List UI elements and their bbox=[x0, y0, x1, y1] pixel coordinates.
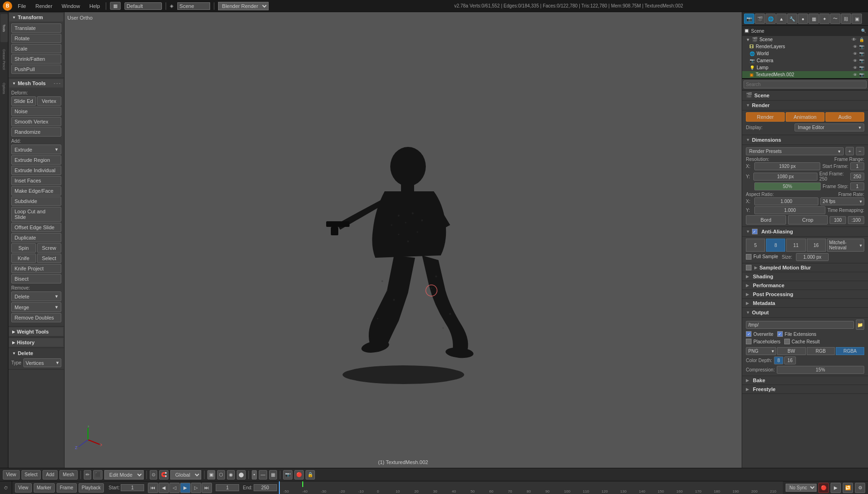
subdivide-btn[interactable]: Subdivide bbox=[11, 196, 61, 206]
sync-select[interactable]: No Sync bbox=[786, 484, 817, 492]
mesh-btn[interactable]: Mesh bbox=[59, 470, 77, 479]
lamp-render[interactable]: 📷 bbox=[859, 65, 864, 70]
aspect-y-input[interactable] bbox=[754, 206, 825, 214]
file-menu[interactable]: File bbox=[16, 2, 28, 10]
screw-btn[interactable]: Screw bbox=[37, 243, 62, 253]
mesh-eye[interactable]: 👁 bbox=[853, 73, 857, 77]
audio-scrub-btn[interactable]: 🔴 bbox=[818, 483, 829, 493]
render-button[interactable]: Render bbox=[746, 112, 785, 122]
render-menu[interactable]: Render bbox=[34, 2, 54, 10]
post-processing-header[interactable]: ▶ Post Processing bbox=[742, 290, 868, 299]
aa-filter-dropdown[interactable]: Mitchell-Netraval▾ bbox=[827, 239, 864, 252]
physics-icon[interactable]: 〜 bbox=[830, 14, 840, 24]
render-btn[interactable]: 🔴 bbox=[294, 470, 304, 479]
scene-header[interactable]: 🎬 Scene bbox=[742, 90, 868, 101]
frame-step-input[interactable] bbox=[850, 182, 864, 190]
crop-btn[interactable]: Crop bbox=[788, 215, 828, 225]
world-eye[interactable]: 👁 bbox=[853, 51, 857, 56]
res-x-input[interactable]: 1920 px bbox=[754, 162, 820, 170]
play-btn[interactable]: ▶ bbox=[180, 483, 190, 493]
smooth-vertex-btn[interactable]: Smooth Vertex bbox=[11, 117, 61, 126]
scene-restrict[interactable]: 🔒 bbox=[859, 37, 864, 42]
bw-btn[interactable]: BW bbox=[777, 347, 806, 355]
framerate-dropdown[interactable]: 24 fps▾ bbox=[820, 197, 864, 205]
loop-cut-slide-btn[interactable]: Loop Cut and Slide bbox=[11, 207, 61, 222]
tl-start-input[interactable]: 1 bbox=[121, 484, 144, 491]
pivot-select[interactable]: Global bbox=[170, 470, 201, 479]
vp-solid-btn[interactable]: ▣ bbox=[207, 470, 215, 479]
blender-logo[interactable]: B bbox=[3, 1, 12, 11]
bisect-btn[interactable]: Bisect bbox=[11, 274, 61, 283]
outliner-scene[interactable]: ▼ 🎬 Scene 👁 🔒 bbox=[742, 36, 868, 43]
obj-props-icon[interactable]: ▲ bbox=[776, 14, 787, 24]
tl-view-btn[interactable]: View bbox=[15, 483, 32, 493]
properties-search[interactable] bbox=[744, 80, 867, 88]
camera-view-btn[interactable]: 📷 bbox=[283, 470, 292, 479]
audio-button[interactable]: Audio bbox=[825, 112, 864, 122]
aa-8[interactable]: 8 bbox=[766, 239, 785, 252]
placeholders-cb[interactable] bbox=[746, 339, 751, 344]
mesh-render[interactable]: 📷 bbox=[859, 73, 864, 77]
dimensions-header[interactable]: ▼ Dimensions bbox=[742, 135, 868, 145]
world-props-icon[interactable]: 🌐 bbox=[766, 14, 776, 24]
render-section-header[interactable]: ▼ Render bbox=[742, 101, 868, 110]
display-dropdown[interactable]: Image Editor ▾ bbox=[795, 124, 864, 131]
extrude-dropdown[interactable]: Extrude ▾ bbox=[11, 145, 61, 154]
lamp-eye[interactable]: 👁 bbox=[853, 65, 857, 70]
edit-mode-select[interactable]: Edit Mode bbox=[104, 470, 144, 479]
animation-button[interactable]: Animation bbox=[786, 112, 824, 122]
randomize-btn[interactable]: Randomize bbox=[11, 127, 61, 137]
slide-edge-btn[interactable]: Slide Ed bbox=[11, 96, 36, 106]
make-edge-face-btn[interactable]: Make Edge/Face bbox=[11, 186, 61, 196]
anim-btn[interactable]: ▶ bbox=[831, 483, 841, 493]
sculpt-mode-btn[interactable]: ⬛ bbox=[93, 470, 102, 479]
crop-val[interactable] bbox=[848, 216, 864, 224]
translate-btn[interactable]: Translate bbox=[11, 23, 61, 33]
output-path-input[interactable]: /tmp/ bbox=[746, 321, 854, 329]
motion-blur-header[interactable]: ▶ Sampled Motion Blur bbox=[742, 263, 868, 272]
vp-wire-btn[interactable]: ⬡ bbox=[217, 470, 225, 479]
edge-select-btn[interactable]: — bbox=[259, 470, 267, 479]
texture-icon[interactable]: ▦ bbox=[809, 14, 819, 24]
offset-edge-slide-btn[interactable]: Offset Edge Slide bbox=[11, 223, 61, 232]
outliner-mesh[interactable]: ▣ TexturedMesh.002 👁 📷 bbox=[742, 71, 868, 78]
remove-doubles-btn[interactable]: Remove Doubles bbox=[11, 313, 61, 322]
weight-tools-header[interactable]: ▶ Weight Tools bbox=[9, 327, 63, 336]
extrude-region-btn[interactable]: Extrude Region bbox=[11, 155, 61, 165]
vp-rendered-btn[interactable]: ◉ bbox=[227, 470, 235, 479]
start-frame-input[interactable] bbox=[850, 162, 864, 170]
prev-frame-btn[interactable]: ◀ bbox=[159, 483, 169, 493]
tl-marker-btn[interactable]: Marker bbox=[34, 483, 55, 493]
jump-end-btn[interactable]: ⏭ bbox=[202, 483, 212, 493]
res-y-input[interactable] bbox=[753, 173, 817, 181]
delete-section-header[interactable]: ▼ Delete bbox=[9, 349, 63, 357]
rgb-btn[interactable]: RGB bbox=[807, 347, 835, 355]
select-btn[interactable]: Select bbox=[37, 254, 62, 263]
render-engine-select[interactable]: Blender Render bbox=[218, 2, 269, 10]
snap-btn[interactable]: 🧲 bbox=[159, 470, 168, 479]
type-select[interactable]: Vertices ▾ bbox=[23, 358, 61, 367]
grease-pencil-tab[interactable]: Grease Pencil bbox=[0, 43, 8, 76]
transform-header[interactable]: ▼ Transform bbox=[9, 13, 63, 22]
shading-header[interactable]: ▶ Shading bbox=[742, 272, 868, 281]
outliner-world[interactable]: 🌐 World 👁 📷 bbox=[742, 50, 868, 57]
bake-header[interactable]: ▶ Bake bbox=[742, 376, 868, 385]
aa-header[interactable]: ▼ ✓ Anti-Aliasing bbox=[742, 227, 868, 237]
select-btn[interactable]: Select bbox=[22, 470, 41, 479]
extrude-individual-btn[interactable]: Extrude Individual bbox=[11, 166, 61, 175]
scene-eye[interactable]: 👁 bbox=[852, 37, 856, 42]
vertex-select-btn[interactable]: • bbox=[252, 470, 257, 479]
render-presets-dropdown[interactable]: Render Presets ▾ bbox=[746, 147, 844, 155]
modifier-icon[interactable]: 🔧 bbox=[787, 14, 797, 24]
window-menu[interactable]: Window bbox=[60, 2, 82, 10]
scene-mode-input[interactable] bbox=[124, 2, 162, 10]
viewport[interactable]: User Ortho bbox=[65, 12, 742, 468]
full-sample-cb[interactable] bbox=[746, 254, 751, 260]
depth-16-btn[interactable]: 16 bbox=[784, 356, 796, 364]
aa-checkbox[interactable]: ✓ bbox=[752, 229, 758, 234]
noise-btn[interactable]: Noise bbox=[11, 107, 61, 116]
shrink-fatten-btn[interactable]: Shrink/Fatten bbox=[11, 54, 61, 64]
render-props-icon[interactable]: 📷 bbox=[744, 14, 754, 24]
depth-8-btn[interactable]: 8 bbox=[774, 356, 783, 364]
help-menu[interactable]: Help bbox=[88, 2, 102, 10]
